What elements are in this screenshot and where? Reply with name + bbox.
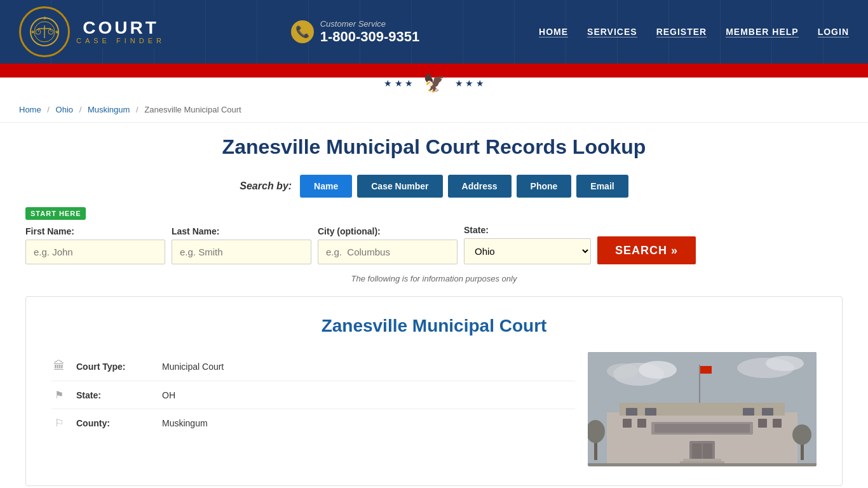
breadcrumb-ohio[interactable]: Ohio	[56, 105, 73, 114]
state-select[interactable]: AlabamaAlaskaArizonaArkansasCaliforniaCo…	[464, 238, 591, 264]
court-state-row: ⚑ State: OH	[51, 381, 575, 409]
svg-rect-28	[637, 419, 646, 428]
svg-rect-25	[743, 408, 754, 416]
search-by-label: Search by:	[240, 180, 292, 192]
tab-name[interactable]: Name	[300, 175, 352, 198]
first-name-label: First Name:	[25, 226, 165, 236]
stars-right: ★ ★ ★	[455, 78, 485, 88]
svg-rect-22	[654, 424, 750, 433]
svg-rect-32	[692, 444, 702, 459]
logo-area: ★ ★ ★ COURT CASE FINDER	[19, 6, 172, 57]
phone-info: Customer Service 1-800-309-9351	[320, 19, 420, 45]
state-label: State:	[464, 225, 591, 235]
page-title: Zanesville Municipal Court Records Looku…	[25, 135, 843, 159]
eagle-icon: 🦅	[423, 72, 445, 93]
nav-services[interactable]: SERVICES	[587, 27, 637, 37]
city-input[interactable]	[318, 240, 458, 264]
logo-text: COURT CASE FINDER	[70, 16, 172, 48]
search-form-area: START HERE First Name: Last Name: City (…	[25, 207, 843, 264]
svg-point-16	[766, 356, 804, 371]
svg-point-40	[792, 424, 811, 445]
info-text: The following is for information purpose…	[25, 274, 843, 283]
city-group: City (optional):	[318, 226, 458, 264]
last-name-label: Last Name:	[172, 226, 311, 236]
state-icon: ⚑	[51, 389, 67, 401]
phone-area: 📞 Customer Service 1-800-309-9351	[291, 19, 420, 45]
county-row-label: County:	[76, 418, 153, 428]
svg-rect-24	[645, 408, 656, 416]
svg-text:★: ★	[43, 16, 47, 21]
svg-point-14	[607, 363, 639, 379]
breadcrumb-muskingum[interactable]: Muskingum	[88, 105, 130, 114]
breadcrumb-home[interactable]: Home	[19, 105, 41, 114]
svg-text:★: ★	[55, 29, 59, 35]
tab-case-number[interactable]: Case Number	[357, 175, 442, 198]
svg-rect-23	[626, 408, 637, 416]
svg-rect-26	[762, 408, 773, 416]
phone-number: 1-800-309-9351	[320, 29, 420, 45]
svg-rect-17	[699, 365, 700, 403]
county-icon: ⚐	[51, 417, 67, 429]
nav-login[interactable]: LOGIN	[818, 27, 849, 37]
breadcrumb: Home / Ohio / Muskingum / Zanesville Mun…	[0, 97, 868, 123]
svg-rect-20	[620, 403, 785, 416]
last-name-input[interactable]	[172, 240, 311, 264]
city-label: City (optional):	[318, 226, 458, 236]
stars-left: ★ ★ ★	[384, 78, 414, 88]
svg-rect-18	[700, 366, 712, 374]
breadcrumb-sep-3: /	[136, 105, 139, 114]
court-type-value: Municipal Court	[162, 362, 224, 372]
court-info-body: 🏛 Court Type: Municipal Court ⚑ State: O…	[51, 352, 817, 466]
court-card: Zanesville Municipal Court 🏛 Court Type:…	[25, 296, 843, 486]
court-type-label: Court Type:	[76, 362, 153, 372]
court-type-row: 🏛 Court Type: Municipal Court	[51, 352, 575, 381]
svg-rect-33	[703, 444, 712, 459]
logo-sub-text: CASE FINDER	[76, 37, 165, 44]
red-banner-strip	[0, 64, 868, 69]
breadcrumb-current: Zanesville Municipal Court	[144, 105, 241, 114]
search-button[interactable]: SEARCH »	[597, 236, 696, 264]
court-type-icon: 🏛	[51, 360, 67, 373]
last-name-group: Last Name:	[172, 226, 311, 264]
county-row-value: Muskingum	[162, 418, 208, 428]
main-content: Zanesville Municipal Court Records Looku…	[0, 123, 868, 488]
site-header: ★ ★ ★ COURT CASE FINDER 📞 Customer Servi…	[0, 0, 868, 64]
breadcrumb-sep-2: /	[79, 105, 82, 114]
svg-text:★: ★	[31, 29, 35, 35]
logo-icon: ★ ★ ★	[19, 6, 70, 57]
tab-email[interactable]: Email	[576, 175, 628, 198]
search-form-row: First Name: Last Name: City (optional): …	[25, 225, 843, 264]
court-building-image	[588, 352, 817, 466]
first-name-input[interactable]	[25, 240, 165, 264]
nav-member-help[interactable]: MEMBER HELP	[726, 27, 798, 37]
breadcrumb-sep-1: /	[47, 105, 50, 114]
court-card-title: Zanesville Municipal Court	[51, 316, 817, 336]
state-row-label: State:	[76, 390, 153, 400]
svg-rect-30	[773, 419, 782, 428]
svg-rect-36	[588, 463, 817, 466]
tab-address[interactable]: Address	[448, 175, 512, 198]
search-by-row: Search by: Name Case Number Address Phon…	[25, 175, 843, 198]
eagle-strip: ★ ★ ★ 🦅 ★ ★ ★	[0, 69, 868, 97]
court-info-left: 🏛 Court Type: Municipal Court ⚑ State: O…	[51, 352, 575, 466]
nav-home[interactable]: HOME	[539, 27, 568, 37]
tab-phone[interactable]: Phone	[517, 175, 572, 198]
customer-service-label: Customer Service	[320, 19, 420, 29]
svg-point-13	[639, 361, 677, 379]
svg-rect-27	[623, 419, 632, 428]
court-county-row: ⚐ County: Muskingum	[51, 409, 575, 437]
logo-main-text: COURT	[76, 19, 165, 37]
start-here-badge: START HERE	[25, 207, 86, 220]
state-row-value: OH	[162, 390, 175, 400]
first-name-group: First Name:	[25, 226, 165, 264]
state-group: State: AlabamaAlaskaArizonaArkansasCalif…	[464, 225, 591, 264]
svg-rect-29	[758, 419, 767, 428]
main-nav: HOME SERVICES REGISTER MEMBER HELP LOGIN	[539, 27, 849, 37]
nav-register[interactable]: REGISTER	[656, 27, 707, 37]
phone-icon: 📞	[291, 20, 314, 43]
eagle-content: ★ ★ ★ 🦅 ★ ★ ★	[384, 72, 485, 93]
